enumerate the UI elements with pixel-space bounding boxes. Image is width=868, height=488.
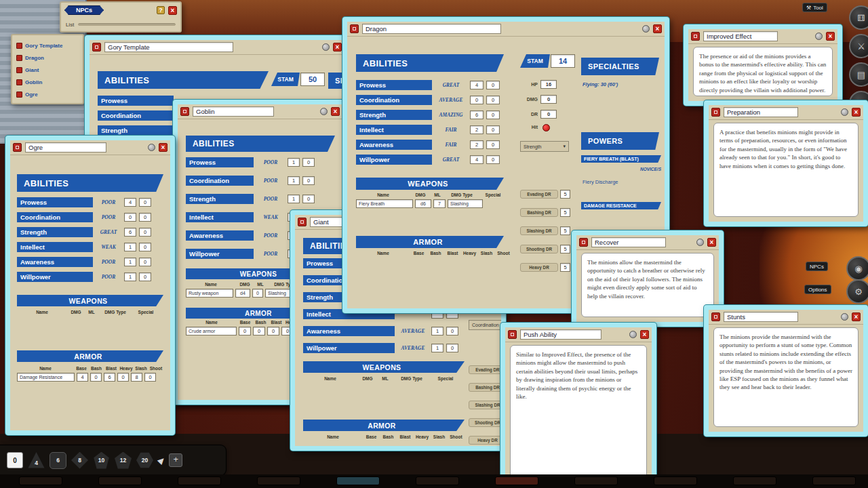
ability-mod[interactable]: 0 bbox=[139, 243, 151, 251]
weapon-ml[interactable]: 0 bbox=[252, 289, 263, 298]
ability-name[interactable]: Intellect bbox=[17, 242, 93, 252]
close-icon[interactable]: × bbox=[159, 143, 167, 152]
stam-value[interactable]: 14 bbox=[551, 54, 575, 68]
ability-rating[interactable]: AVERAGE bbox=[397, 328, 429, 334]
ability-value[interactable]: 4 bbox=[124, 198, 136, 207]
ability-mod[interactable]: 0 bbox=[446, 344, 458, 352]
ability-value[interactable]: 1 bbox=[124, 272, 136, 281]
ability-name[interactable]: Intellect bbox=[356, 125, 432, 135]
ability-name[interactable]: Strength bbox=[186, 194, 254, 204]
dr-value[interactable]: 5 bbox=[560, 190, 570, 199]
hotkey-tab[interactable] bbox=[416, 476, 459, 485]
note-body[interactable]: A practice that benefits minions might p… bbox=[713, 123, 859, 217]
combat-radial-button[interactable]: ⚔ bbox=[849, 34, 868, 58]
close-icon[interactable]: × bbox=[333, 43, 342, 52]
ability-value[interactable]: 0 bbox=[124, 213, 136, 222]
armor-value[interactable]: 0 bbox=[239, 327, 251, 336]
ability-mod[interactable]: 0 bbox=[486, 96, 500, 104]
ability-mod[interactable]: 0 bbox=[139, 228, 151, 237]
ability-name[interactable]: Prowess bbox=[356, 80, 432, 90]
ability-value[interactable]: 6 bbox=[470, 110, 484, 119]
ability-rating[interactable]: POOR bbox=[96, 274, 121, 280]
npc-name-field[interactable]: Ogre bbox=[25, 142, 106, 152]
dice-radial-button[interactable]: ⚅ bbox=[849, 5, 868, 30]
note-titlebar[interactable]: Push Ability × bbox=[505, 327, 652, 342]
sheet-titlebar[interactable]: Dragon × bbox=[347, 22, 665, 37]
ability-rating[interactable]: POOR bbox=[256, 251, 285, 257]
armor-value[interactable]: 0 bbox=[144, 373, 156, 382]
ability-value[interactable]: 1 bbox=[124, 243, 136, 251]
ability-rating[interactable]: AVERAGE bbox=[397, 345, 429, 351]
ability-value[interactable]: 1 bbox=[124, 258, 136, 266]
sheet-titlebar[interactable]: Ogre × bbox=[10, 140, 170, 155]
ability-mod[interactable]: 0 bbox=[486, 110, 500, 119]
list-item[interactable]: Gory Template bbox=[12, 39, 83, 52]
weapon-name[interactable]: Fiery Breath bbox=[356, 199, 413, 208]
list-item[interactable]: Goblin bbox=[12, 76, 83, 88]
ability-name[interactable]: Coordination bbox=[356, 95, 432, 105]
armor-value[interactable]: 6 bbox=[104, 373, 115, 382]
ability-name[interactable]: Prowess bbox=[17, 197, 93, 207]
stam-value[interactable]: 50 bbox=[300, 73, 325, 86]
ability-rating[interactable]: GREAT bbox=[96, 229, 121, 235]
note-body[interactable]: The minions allow the mastermind the opp… bbox=[581, 253, 714, 317]
library-radial-button[interactable]: ▤ bbox=[849, 62, 868, 87]
note-title-field[interactable]: Stunts bbox=[724, 312, 798, 322]
note-body[interactable]: The presence or aid of the minions provi… bbox=[693, 47, 833, 96]
npc-name-field[interactable]: Goblin bbox=[193, 106, 274, 117]
note-titlebar[interactable]: Recover × bbox=[576, 235, 719, 250]
note-title-field[interactable]: Preparation bbox=[724, 107, 798, 117]
note-titlebar[interactable]: Stunts × bbox=[709, 310, 863, 325]
ability-value[interactable]: 4 bbox=[470, 81, 484, 89]
ability-value[interactable]: 0 bbox=[470, 96, 484, 104]
note-body[interactable]: Similar to Improved Effect, the presence… bbox=[510, 345, 647, 479]
pin-icon[interactable] bbox=[642, 25, 650, 33]
ability-name[interactable]: Strength bbox=[356, 110, 432, 120]
note-title-field[interactable]: Improved Effect bbox=[703, 31, 778, 41]
ability-rating[interactable]: FAIR bbox=[435, 127, 467, 133]
ability-value[interactable]: 2 bbox=[470, 125, 484, 134]
hotkey-tab[interactable] bbox=[812, 476, 856, 485]
pin-icon[interactable] bbox=[841, 313, 848, 321]
ability-rating[interactable]: POOR bbox=[96, 214, 121, 220]
ability-rating[interactable]: POOR bbox=[96, 259, 121, 265]
pin-icon[interactable] bbox=[629, 331, 637, 338]
ability-name[interactable]: Awareness bbox=[356, 140, 432, 150]
hotkey-tab[interactable] bbox=[257, 476, 300, 485]
d12-die[interactable]: 12 bbox=[115, 452, 132, 469]
ability-name[interactable]: Strength bbox=[17, 227, 93, 237]
ability-mod[interactable]: 0 bbox=[486, 125, 500, 134]
pin-icon[interactable] bbox=[815, 33, 823, 40]
ability-rating[interactable]: GREAT bbox=[435, 157, 467, 163]
ability-name[interactable]: Awareness bbox=[303, 326, 395, 336]
pin-icon[interactable] bbox=[320, 108, 328, 115]
ability-rating[interactable]: WEAK bbox=[96, 244, 121, 250]
armor-name[interactable]: Damage Resistance bbox=[17, 373, 75, 382]
armor-value[interactable]: 0 bbox=[90, 373, 102, 382]
ability-value[interactable]: 1 bbox=[431, 344, 443, 352]
ability-value[interactable]: 6 bbox=[124, 228, 136, 237]
pin-icon[interactable] bbox=[841, 108, 848, 116]
ability-mod[interactable]: 0 bbox=[139, 272, 151, 281]
ability-name[interactable]: Strength bbox=[98, 125, 174, 136]
dr-value[interactable]: 5 bbox=[560, 245, 570, 253]
ability-name[interactable]: Coordination bbox=[186, 176, 254, 186]
ability-rating[interactable]: POOR bbox=[96, 199, 121, 205]
pin-icon[interactable] bbox=[696, 239, 704, 246]
ability-name[interactable]: Intellect bbox=[186, 212, 254, 222]
ability-select[interactable]: Strength ▾ bbox=[520, 141, 569, 152]
options-sidebar-button[interactable]: Options bbox=[804, 285, 831, 294]
armor-value[interactable]: 4 bbox=[77, 373, 88, 382]
weapon-name[interactable]: Rusty weapon bbox=[186, 289, 233, 298]
npcs-list-titlebar[interactable]: NPCs ? × bbox=[61, 3, 180, 18]
hotkey-tab[interactable] bbox=[574, 476, 618, 485]
options-radial-button[interactable]: ⚙ bbox=[846, 279, 868, 304]
hit-indicator[interactable] bbox=[542, 124, 550, 131]
weapon-ml[interactable]: 7 bbox=[433, 199, 446, 208]
ability-rating[interactable]: POOR bbox=[256, 196, 285, 202]
ability-name[interactable]: Awareness bbox=[17, 257, 93, 267]
ability-mod[interactable]: 0 bbox=[486, 81, 500, 89]
hotkey-tab[interactable] bbox=[178, 476, 221, 485]
ability-name[interactable]: Coordination bbox=[98, 110, 174, 121]
list-item[interactable]: Giant bbox=[12, 64, 83, 76]
